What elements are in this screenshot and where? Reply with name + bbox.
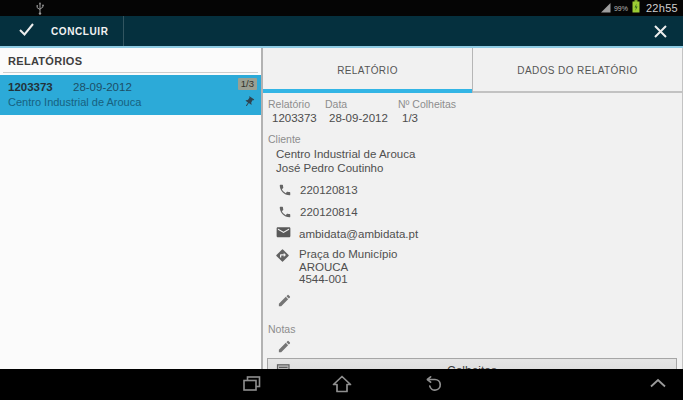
report-detail-body: Relatório 1203373 Data 28-09-2012 Nº Col… <box>263 93 682 369</box>
notes-section-label: Notas <box>268 323 678 335</box>
tab-relatorio[interactable]: RELATÓRIO <box>263 48 473 93</box>
clock: 22h55 <box>646 2 678 14</box>
signal-icon <box>600 0 611 17</box>
usb-icon <box>35 2 45 15</box>
pin-icon[interactable] <box>243 94 255 112</box>
email-row[interactable]: ambidata@ambidata.pt <box>276 227 678 240</box>
concluir-label: CONCLUIR <box>51 26 109 37</box>
email-address: ambidata@ambidata.pt <box>299 228 418 240</box>
edit-client-button[interactable] <box>277 293 293 312</box>
home-button[interactable] <box>329 372 355 396</box>
chevron-up-icon <box>649 378 667 388</box>
field-num-colheitas: Nº Colheitas 1/3 <box>398 98 456 124</box>
directions-icon <box>275 248 290 263</box>
report-list-item[interactable]: 1203373 28-09-2012 Centro Industrial de … <box>0 75 261 115</box>
colheitas-button-wrap: Colheitas <box>267 358 677 370</box>
status-bar: 99% 22h55 <box>0 0 683 16</box>
pencil-icon <box>277 339 292 354</box>
report-item-name: Centro Industrial de Arouca <box>8 96 253 108</box>
reports-list-header: RELATÓRIOS <box>3 48 258 73</box>
client-section-label: Cliente <box>268 133 678 145</box>
close-icon <box>653 24 668 39</box>
phone-number: 220120814 <box>300 206 358 218</box>
field-data: Data 28-09-2012 <box>325 98 398 124</box>
expand-button[interactable] <box>645 371 671 395</box>
colheitas-button[interactable]: Colheitas <box>267 358 677 370</box>
back-icon <box>421 375 443 393</box>
battery-percent: 99% <box>614 5 628 12</box>
recents-icon <box>242 375 262 393</box>
phone-icon <box>278 205 292 219</box>
battery-charging-icon <box>632 0 640 17</box>
client-name: Centro Industrial de Arouca <box>276 148 678 161</box>
edit-notes-button[interactable] <box>277 339 293 358</box>
reports-list-panel: RELATÓRIOS 1203373 28-09-2012 Centro Ind… <box>0 48 263 369</box>
tab-bar: RELATÓRIO DADOS DO RELATÓRIO <box>263 48 682 93</box>
check-icon <box>18 22 35 41</box>
report-item-badge: 1/3 <box>238 78 257 90</box>
email-icon <box>276 227 291 240</box>
close-button[interactable] <box>638 16 683 46</box>
tab-dados-do-relatorio[interactable]: DADOS DO RELATÓRIO <box>473 48 682 93</box>
client-contact-name: José Pedro Coutinho <box>276 162 678 175</box>
pencil-icon <box>277 293 292 308</box>
address-line-3: 4544-001 <box>299 273 397 286</box>
back-button[interactable] <box>419 372 445 396</box>
report-item-date: 28-09-2012 <box>73 81 132 93</box>
phone-number: 220120813 <box>300 184 358 196</box>
concluir-button[interactable]: CONCLUIR <box>0 16 124 46</box>
action-bar: CONCLUIR <box>0 16 683 48</box>
report-item-line1: 1203373 28-09-2012 <box>8 81 253 93</box>
report-fields: Relatório 1203373 Data 28-09-2012 Nº Col… <box>266 97 678 124</box>
report-detail-panel: RELATÓRIO DADOS DO RELATÓRIO Relatório 1… <box>263 48 683 369</box>
field-relatorio: Relatório 1203373 <box>268 98 325 124</box>
address-row[interactable]: Praça do Município AROUCA 4544-001 <box>275 248 678 286</box>
home-icon <box>331 375 353 393</box>
address-line-1: Praça do Município <box>299 248 397 261</box>
recents-button[interactable] <box>239 372 265 396</box>
address-lines: Praça do Município AROUCA 4544-001 <box>299 248 397 286</box>
phone-icon <box>278 183 292 197</box>
content: RELATÓRIOS 1203373 28-09-2012 Centro Ind… <box>0 48 683 369</box>
phone-row-1[interactable]: 220120813 <box>278 183 678 197</box>
phone-row-2[interactable]: 220120814 <box>278 205 678 219</box>
address-line-2: AROUCA <box>299 261 397 274</box>
navigation-bar <box>0 369 683 398</box>
report-item-id: 1203373 <box>8 81 53 93</box>
